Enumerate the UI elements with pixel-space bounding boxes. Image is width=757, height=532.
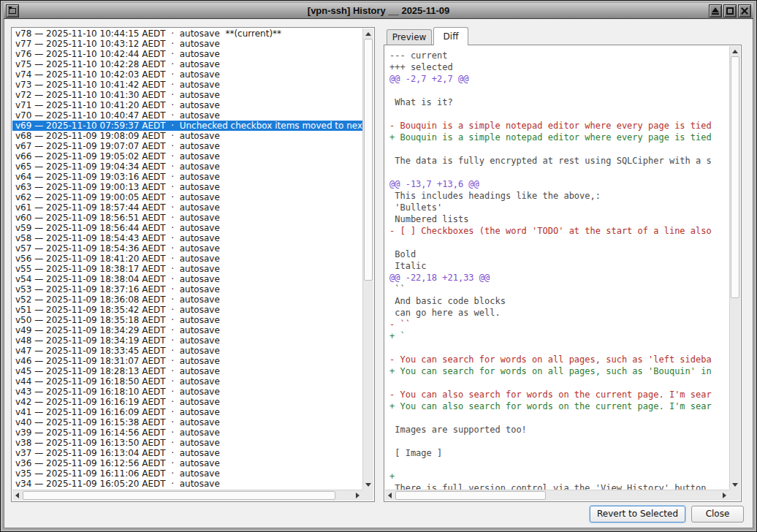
diff-line: @@ -22,18 +21,33 @@ — [389, 272, 729, 284]
diff-line: Numbered lists — [389, 213, 729, 225]
diff-line: + You can also search for words on the c… — [389, 400, 729, 412]
history-row[interactable]: v69 — 2025-11-10 07:59:37 AEDT · Uncheck… — [12, 121, 362, 131]
diff-line: 'Bullets' — [389, 202, 729, 213]
diff-line: + Bouquin is a simple notepad editor whe… — [389, 132, 729, 143]
diff-line: + You can search for words on all pages,… — [389, 365, 729, 377]
history-row[interactable]: v47 — 2025-11-09 18:33:45 AEDT · autosav… — [12, 346, 362, 356]
diff-line: - [ ] Checkboxes (the word 'TODO' at the… — [389, 225, 729, 237]
scroll-up-arrow-icon[interactable] — [363, 28, 374, 39]
history-row[interactable]: v50 — 2025-11-09 18:35:18 AEDT · autosav… — [12, 315, 362, 325]
history-row[interactable]: v72 — 2025-11-10 10:41:30 AEDT · autosav… — [12, 90, 362, 100]
history-row[interactable]: v35 — 2025-11-09 16:11:06 AEDT · autosav… — [12, 468, 362, 479]
history-row[interactable]: v45 — 2025-11-09 18:28:13 AEDT · autosav… — [12, 366, 362, 376]
scroll-left-arrow-icon[interactable] — [385, 490, 395, 501]
diff-line: There is full version control via the 'V… — [389, 482, 729, 490]
history-vscroll-thumb[interactable] — [364, 39, 373, 281]
history-row[interactable]: v78 — 2025-11-10 10:44:15 AEDT · autosav… — [12, 28, 362, 39]
diff-line: Bold — [389, 248, 729, 260]
history-row[interactable]: v68 — 2025-11-09 19:08:09 AEDT · autosav… — [12, 131, 362, 141]
history-dialog-window: [vpn-ssh] History __ 2025-11-09 v78 — 20… — [0, 0, 757, 532]
history-row[interactable]: v40 — 2025-11-09 16:15:38 AEDT · autosav… — [12, 417, 362, 428]
history-row[interactable]: v70 — 2025-11-10 10:40:47 AEDT · autosav… — [12, 110, 362, 121]
history-row[interactable]: v73 — 2025-11-10 10:41:42 AEDT · autosav… — [12, 80, 362, 90]
history-row[interactable]: v42 — 2025-11-09 16:16:19 AEDT · autosav… — [12, 397, 362, 407]
history-row[interactable]: v46 — 2025-11-09 18:31:07 AEDT · autosav… — [12, 356, 362, 366]
diff-line: [ Image ] — [389, 447, 729, 459]
scroll-right-arrow-icon[interactable] — [352, 490, 362, 501]
version-history-list[interactable]: v78 — 2025-11-10 10:44:15 AEDT · autosav… — [11, 27, 375, 502]
diff-line — [389, 167, 729, 178]
history-row[interactable]: v57 — 2025-11-09 18:54:36 AEDT · autosav… — [12, 243, 362, 254]
history-row[interactable]: v67 — 2025-11-09 19:07:07 AEDT · autosav… — [12, 141, 362, 151]
maximize-button[interactable] — [723, 4, 737, 18]
history-row[interactable]: v52 — 2025-11-09 18:36:08 AEDT · autosav… — [12, 294, 362, 305]
history-row[interactable]: v51 — 2025-11-09 18:35:42 AEDT · autosav… — [12, 305, 362, 315]
diff-line: + ` — [389, 330, 729, 342]
history-row[interactable]: v75 — 2025-11-10 10:42:28 AEDT · autosav… — [12, 59, 362, 69]
scroll-down-arrow-icon[interactable] — [730, 479, 741, 490]
history-row[interactable]: v54 — 2025-11-09 18:38:04 AEDT · autosav… — [12, 274, 362, 284]
diff-line — [389, 237, 729, 248]
history-row[interactable]: v58 — 2025-11-09 18:54:43 AEDT · autosav… — [12, 233, 362, 243]
history-row[interactable]: v55 — 2025-11-09 18:38:17 AEDT · autosav… — [12, 264, 362, 274]
tab-preview[interactable]: Preview — [387, 29, 432, 45]
diff-panel[interactable]: --- current+++ selected@@ -2,7 +2,7 @@ W… — [384, 45, 742, 502]
history-row[interactable]: v38 — 2025-11-09 16:13:50 AEDT · autosav… — [12, 438, 362, 448]
history-row[interactable]: v53 — 2025-11-09 18:37:16 AEDT · autosav… — [12, 284, 362, 294]
history-row[interactable]: v74 — 2025-11-10 10:42:03 AEDT · autosav… — [12, 69, 362, 80]
diff-line — [389, 342, 729, 354]
diff-line — [389, 108, 729, 120]
history-row[interactable]: v61 — 2025-11-09 18:57:44 AEDT · autosav… — [12, 202, 362, 213]
history-row[interactable]: v71 — 2025-11-10 10:41:20 AEDT · autosav… — [12, 100, 362, 110]
diff-line: - You can also search for words on the c… — [389, 389, 729, 400]
history-row[interactable]: v49 — 2025-11-09 18:34:29 AEDT · autosav… — [12, 325, 362, 335]
scroll-left-arrow-icon[interactable] — [12, 490, 23, 501]
titlebar[interactable]: [vpn-ssh] History __ 2025-11-09 — [4, 3, 753, 19]
history-row[interactable]: v64 — 2025-11-09 19:03:16 AEDT · autosav… — [12, 172, 362, 182]
history-row[interactable]: v41 — 2025-11-09 16:16:09 AEDT · autosav… — [12, 407, 362, 417]
history-row[interactable]: v39 — 2025-11-09 16:14:56 AEDT · autosav… — [12, 428, 362, 438]
diff-line: +++ selected — [389, 61, 729, 73]
diff-vertical-scrollbar[interactable] — [729, 46, 740, 490]
history-row[interactable]: v56 — 2025-11-09 18:41:20 AEDT · autosav… — [12, 254, 362, 264]
tab-diff[interactable]: Diff — [433, 27, 468, 45]
history-row[interactable]: v66 — 2025-11-09 19:05:02 AEDT · autosav… — [12, 151, 362, 162]
diff-line: What is it? — [389, 96, 729, 108]
diff-line: Images are supported too! — [389, 424, 729, 436]
diff-vscroll-thumb[interactable] — [731, 56, 739, 298]
history-row[interactable]: v59 — 2025-11-09 18:56:44 AEDT · autosav… — [12, 223, 362, 233]
diff-line — [389, 377, 729, 389]
close-button[interactable]: Close — [691, 506, 744, 522]
history-row[interactable]: v48 — 2025-11-09 18:34:19 AEDT · autosav… — [12, 335, 362, 346]
history-row[interactable]: v63 — 2025-11-09 19:00:13 AEDT · autosav… — [12, 182, 362, 192]
window-title: [vpn-ssh] History __ 2025-11-09 — [4, 3, 753, 19]
diff-horizontal-scrollbar[interactable] — [385, 490, 729, 501]
history-row[interactable]: v77 — 2025-11-10 10:43:12 AEDT · autosav… — [12, 39, 362, 49]
history-row[interactable]: v36 — 2025-11-09 16:12:56 AEDT · autosav… — [12, 458, 362, 468]
diff-line: --- current — [389, 50, 729, 61]
diff-line: - You can search for words on all pages,… — [389, 354, 729, 365]
history-row[interactable]: v60 — 2025-11-09 18:56:51 AEDT · autosav… — [12, 213, 362, 223]
history-row[interactable]: v44 — 2025-11-09 16:18:50 AEDT · autosav… — [12, 376, 362, 387]
scrollbar-corner — [729, 490, 740, 501]
diff-line: @@ -13,7 +13,6 @@ — [389, 178, 729, 190]
close-window-button[interactable] — [738, 4, 751, 18]
shade-button[interactable] — [709, 4, 722, 18]
scroll-right-arrow-icon[interactable] — [719, 490, 729, 501]
scroll-up-arrow-icon[interactable] — [730, 46, 741, 56]
history-row[interactable]: v43 — 2025-11-09 16:18:10 AEDT · autosav… — [12, 387, 362, 397]
history-row[interactable]: v65 — 2025-11-09 19:04:34 AEDT · autosav… — [12, 162, 362, 172]
diff-line: + — [389, 471, 729, 482]
history-row[interactable]: v76 — 2025-11-10 10:42:44 AEDT · autosav… — [12, 49, 362, 59]
history-vertical-scrollbar[interactable] — [362, 28, 373, 490]
history-row[interactable]: v37 — 2025-11-09 16:13:04 AEDT · autosav… — [12, 448, 362, 458]
scroll-down-arrow-icon[interactable] — [363, 479, 374, 490]
revert-to-selected-button[interactable]: Revert to Selected — [590, 506, 685, 522]
history-hscroll-thumb[interactable] — [23, 491, 335, 500]
diff-line — [389, 459, 729, 471]
history-row[interactable]: v62 — 2025-11-09 19:00:05 AEDT · autosav… — [12, 192, 362, 202]
history-row[interactable]: v34 — 2025-11-09 16:05:20 AEDT · autosav… — [12, 479, 362, 489]
history-horizontal-scrollbar[interactable] — [12, 490, 362, 501]
diff-line — [389, 143, 729, 155]
diff-hscroll-thumb[interactable] — [395, 491, 546, 500]
